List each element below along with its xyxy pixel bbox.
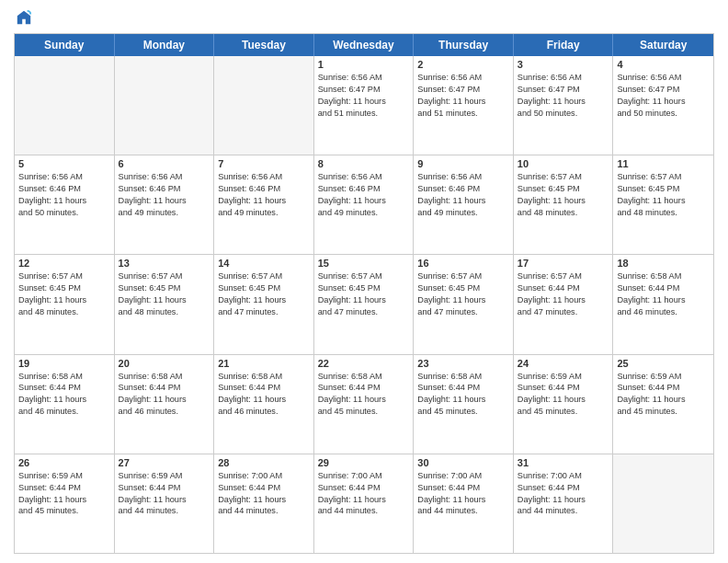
day-number: 29 [318,457,410,468]
day-number: 31 [518,457,609,468]
calendar-row-2: 5Sunrise: 6:56 AMSunset: 6:46 PMDaylight… [15,155,713,254]
day-cell-11: 11Sunrise: 6:57 AMSunset: 6:45 PMDayligh… [613,155,713,254]
day-info: Sunrise: 6:57 AMSunset: 6:45 PMDaylight:… [218,270,310,318]
day-number: 22 [318,358,410,369]
day-number: 19 [18,358,110,369]
day-cell-10: 10Sunrise: 6:57 AMSunset: 6:45 PMDayligh… [514,155,614,254]
day-number: 25 [617,358,710,369]
day-cell-2: 2Sunrise: 6:56 AMSunset: 6:47 PMDaylight… [414,56,514,155]
empty-cell [15,56,115,155]
day-cell-26: 26Sunrise: 6:59 AMSunset: 6:44 PMDayligh… [15,454,115,553]
day-number: 30 [417,457,509,468]
day-number: 23 [417,358,509,369]
day-info: Sunrise: 6:57 AMSunset: 6:45 PMDaylight:… [119,270,210,318]
day-cell-6: 6Sunrise: 6:56 AMSunset: 6:46 PMDaylight… [115,155,215,254]
day-number: 12 [18,258,110,269]
day-info: Sunrise: 6:58 AMSunset: 6:44 PMDaylight:… [18,371,110,419]
day-info: Sunrise: 6:59 AMSunset: 6:44 PMDaylight:… [617,371,710,419]
day-cell-28: 28Sunrise: 7:00 AMSunset: 6:44 PMDayligh… [214,454,314,553]
day-info: Sunrise: 6:58 AMSunset: 6:44 PMDaylight:… [617,270,710,318]
day-cell-19: 19Sunrise: 6:58 AMSunset: 6:44 PMDayligh… [15,355,115,454]
day-number: 3 [518,59,609,70]
day-cell-4: 4Sunrise: 6:56 AMSunset: 6:47 PMDaylight… [613,56,713,155]
day-info: Sunrise: 6:56 AMSunset: 6:47 PMDaylight:… [617,72,710,120]
day-number: 15 [318,258,410,269]
calendar: SundayMondayTuesdayWednesdayThursdayFrid… [14,33,714,554]
header-day-friday: Friday [514,34,614,56]
day-cell-29: 29Sunrise: 7:00 AMSunset: 6:44 PMDayligh… [314,454,415,553]
empty-cell [613,454,713,553]
day-number: 24 [518,358,609,369]
day-cell-13: 13Sunrise: 6:57 AMSunset: 6:45 PMDayligh… [115,255,215,353]
day-info: Sunrise: 6:59 AMSunset: 6:44 PMDaylight:… [119,470,210,518]
day-cell-21: 21Sunrise: 6:58 AMSunset: 6:44 PMDayligh… [214,355,314,454]
day-info: Sunrise: 6:56 AMSunset: 6:46 PMDaylight:… [18,171,110,219]
day-cell-30: 30Sunrise: 7:00 AMSunset: 6:44 PMDayligh… [414,454,514,553]
day-info: Sunrise: 6:59 AMSunset: 6:44 PMDaylight:… [518,371,609,419]
header-day-thursday: Thursday [414,34,514,56]
header-day-wednesday: Wednesday [314,34,415,56]
header-day-saturday: Saturday [613,34,713,56]
day-info: Sunrise: 7:00 AMSunset: 6:44 PMDaylight:… [318,470,410,518]
day-info: Sunrise: 6:59 AMSunset: 6:44 PMDaylight:… [18,470,110,518]
day-info: Sunrise: 6:57 AMSunset: 6:45 PMDaylight:… [518,171,609,219]
day-cell-8: 8Sunrise: 6:56 AMSunset: 6:46 PMDaylight… [314,155,415,254]
day-info: Sunrise: 6:58 AMSunset: 6:44 PMDaylight:… [318,371,410,419]
empty-cell [214,56,314,155]
day-cell-20: 20Sunrise: 6:58 AMSunset: 6:44 PMDayligh… [115,355,215,454]
day-info: Sunrise: 6:58 AMSunset: 6:44 PMDaylight:… [119,371,210,419]
page: SundayMondayTuesdayWednesdayThursdayFrid… [0,0,728,563]
day-number: 27 [119,457,210,468]
day-cell-18: 18Sunrise: 6:58 AMSunset: 6:44 PMDayligh… [613,255,713,353]
day-cell-17: 17Sunrise: 6:57 AMSunset: 6:44 PMDayligh… [514,255,614,353]
day-number: 13 [119,258,210,269]
day-number: 26 [18,457,110,468]
day-number: 4 [617,59,710,70]
header-day-tuesday: Tuesday [214,34,314,56]
day-number: 16 [417,258,509,269]
empty-cell [115,56,215,155]
header [14,9,714,26]
calendar-row-1: 1Sunrise: 6:56 AMSunset: 6:47 PMDaylight… [15,56,713,155]
day-number: 6 [119,158,210,169]
day-cell-7: 7Sunrise: 6:56 AMSunset: 6:46 PMDaylight… [214,155,314,254]
day-info: Sunrise: 6:57 AMSunset: 6:45 PMDaylight:… [318,270,410,318]
day-number: 10 [518,158,609,169]
day-cell-12: 12Sunrise: 6:57 AMSunset: 6:45 PMDayligh… [15,255,115,353]
day-cell-31: 31Sunrise: 7:00 AMSunset: 6:44 PMDayligh… [514,454,614,553]
day-info: Sunrise: 7:00 AMSunset: 6:44 PMDaylight:… [218,470,310,518]
day-info: Sunrise: 6:56 AMSunset: 6:47 PMDaylight:… [318,72,410,120]
day-info: Sunrise: 7:00 AMSunset: 6:44 PMDaylight:… [518,470,609,518]
day-number: 2 [417,59,509,70]
calendar-row-4: 19Sunrise: 6:58 AMSunset: 6:44 PMDayligh… [15,354,713,454]
day-info: Sunrise: 6:56 AMSunset: 6:47 PMDaylight:… [417,72,509,120]
logo-text [14,9,32,26]
day-info: Sunrise: 6:56 AMSunset: 6:46 PMDaylight:… [318,171,410,219]
header-day-monday: Monday [115,34,215,56]
day-info: Sunrise: 6:58 AMSunset: 6:44 PMDaylight:… [218,371,310,419]
day-number: 18 [617,258,710,269]
logo [14,9,32,26]
day-info: Sunrise: 6:56 AMSunset: 6:47 PMDaylight:… [518,72,609,120]
day-cell-16: 16Sunrise: 6:57 AMSunset: 6:45 PMDayligh… [414,255,514,353]
day-cell-24: 24Sunrise: 6:59 AMSunset: 6:44 PMDayligh… [514,355,614,454]
day-number: 9 [417,158,509,169]
day-number: 21 [218,358,310,369]
day-number: 17 [518,258,609,269]
day-cell-1: 1Sunrise: 6:56 AMSunset: 6:47 PMDaylight… [314,56,415,155]
day-number: 11 [617,158,710,169]
day-number: 7 [218,158,310,169]
day-number: 1 [318,59,410,70]
day-number: 28 [218,457,310,468]
day-cell-14: 14Sunrise: 6:57 AMSunset: 6:45 PMDayligh… [214,255,314,353]
logo-icon [16,9,32,26]
day-info: Sunrise: 6:58 AMSunset: 6:44 PMDaylight:… [417,371,509,419]
day-number: 20 [119,358,210,369]
day-number: 5 [18,158,110,169]
calendar-row-5: 26Sunrise: 6:59 AMSunset: 6:44 PMDayligh… [15,454,713,553]
day-cell-9: 9Sunrise: 6:56 AMSunset: 6:46 PMDaylight… [414,155,514,254]
header-day-sunday: Sunday [15,34,115,56]
day-cell-3: 3Sunrise: 6:56 AMSunset: 6:47 PMDaylight… [514,56,614,155]
day-number: 14 [218,258,310,269]
day-info: Sunrise: 6:56 AMSunset: 6:46 PMDaylight:… [218,171,310,219]
